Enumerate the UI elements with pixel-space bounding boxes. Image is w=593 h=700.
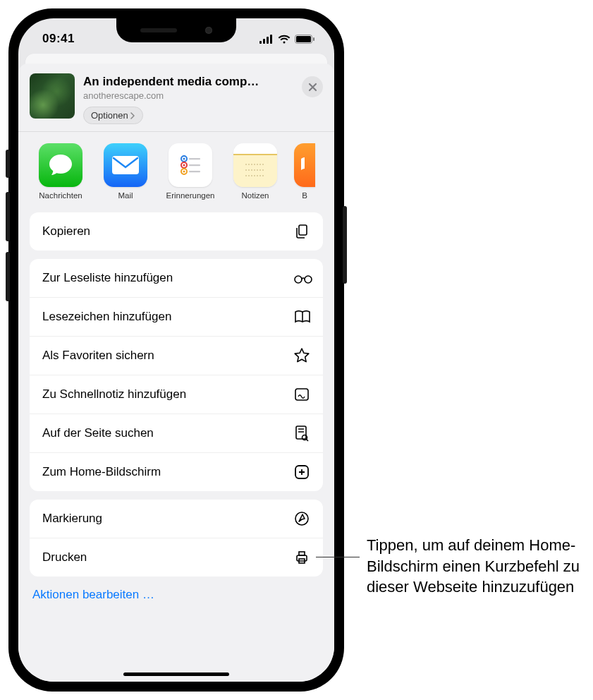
action-label: Als Favoriten sichern <box>42 349 154 363</box>
app-label: Erinnerungen <box>166 191 214 200</box>
action-favorite[interactable]: Als Favoriten sichern <box>30 336 323 375</box>
markup-icon <box>293 510 310 527</box>
svg-rect-3 <box>270 35 272 44</box>
svg-rect-2 <box>267 37 269 44</box>
callout-line <box>316 557 360 557</box>
action-label: Zum Home-Bildschirm <box>42 465 161 479</box>
action-label: Auf der Seite suchen <box>42 426 154 440</box>
app-label: Mail <box>118 191 133 200</box>
action-copy[interactable]: Kopieren <box>30 212 323 251</box>
options-label: Optionen <box>91 110 128 121</box>
options-button[interactable]: Optionen <box>83 107 143 124</box>
iphone-frame: 09:41 An independent media comp… another… <box>8 8 344 692</box>
edit-actions-label: Aktionen bearbeiten … <box>32 588 154 601</box>
action-print[interactable]: Drucken <box>30 538 323 577</box>
action-label: Zur Leseliste hinzufügen <box>42 271 173 285</box>
share-title: An independent media comp… <box>83 75 293 89</box>
wifi-icon <box>278 35 291 44</box>
svg-point-13 <box>183 170 185 172</box>
action-find-on-page[interactable]: Auf der Seite suchen <box>30 414 323 452</box>
copy-icon <box>293 223 310 240</box>
svg-rect-0 <box>259 41 262 44</box>
print-icon <box>293 549 310 566</box>
svg-rect-5 <box>296 36 311 42</box>
callout-text: Tippen, um auf deinem Home-Bildschirm ei… <box>367 535 585 598</box>
share-header: An independent media comp… anotherescape… <box>18 64 334 131</box>
reminders-icon <box>169 143 212 187</box>
screen: 09:41 An independent media comp… another… <box>18 18 334 682</box>
action-group: Kopieren <box>30 212 323 251</box>
svg-point-22 <box>305 276 312 283</box>
svg-rect-24 <box>295 389 308 400</box>
svg-rect-35 <box>299 552 305 555</box>
action-quicknote[interactable]: Zu Schnellnotiz hinzufügen <box>30 375 323 414</box>
action-group: Zur Leseliste hinzufügen Lesezeichen hin… <box>30 259 323 491</box>
share-sheet: An independent media comp… anotherescape… <box>18 64 334 682</box>
doc-search-icon <box>293 425 310 442</box>
edit-actions-link[interactable]: Aktionen bearbeiten … <box>30 585 323 602</box>
action-add-to-homescreen[interactable]: Zum Home-Bildschirm <box>30 452 323 491</box>
books-icon <box>294 143 315 187</box>
svg-rect-7 <box>112 156 139 174</box>
notes-icon <box>233 143 277 187</box>
power-button <box>343 206 347 284</box>
action-label: Drucken <box>42 550 87 565</box>
svg-rect-16 <box>189 171 200 172</box>
status-time: 09:41 <box>42 32 75 46</box>
mute-switch <box>6 150 10 178</box>
action-label: Lesezeichen hinzufügen <box>42 310 171 324</box>
svg-rect-1 <box>263 39 265 44</box>
svg-rect-25 <box>296 426 306 439</box>
action-markup[interactable]: Markierung <box>30 500 323 538</box>
share-app-mail[interactable]: Mail <box>96 143 155 200</box>
home-indicator[interactable] <box>123 672 229 676</box>
share-subtitle: anotherescape.com <box>83 90 293 101</box>
actions-list[interactable]: Kopieren Zur Leseliste hinzufügen <box>18 212 334 682</box>
app-label: B <box>302 191 307 200</box>
glasses-icon <box>293 270 310 286</box>
action-label: Markierung <box>42 512 102 526</box>
action-label: Kopieren <box>42 224 90 239</box>
svg-rect-6 <box>313 37 314 41</box>
svg-rect-15 <box>189 164 200 166</box>
chevron-right-icon <box>130 112 135 119</box>
action-group: Markierung Drucken <box>30 500 323 577</box>
page-thumbnail <box>30 73 75 119</box>
notch <box>116 18 236 42</box>
battery-icon <box>295 35 314 44</box>
svg-point-9 <box>183 157 185 159</box>
close-icon <box>308 83 317 92</box>
svg-rect-14 <box>189 158 200 159</box>
share-app-notes[interactable]: Notizen <box>226 143 285 200</box>
share-apps-row[interactable]: Nachrichten Mail <box>18 132 334 212</box>
svg-point-33 <box>295 512 308 525</box>
svg-point-11 <box>183 164 185 166</box>
quicknote-icon <box>293 386 310 403</box>
volume-up <box>6 192 10 241</box>
svg-line-29 <box>307 440 309 442</box>
volume-down <box>6 252 10 301</box>
cellular-icon <box>259 35 274 44</box>
mail-icon <box>104 143 147 187</box>
book-icon <box>293 308 310 325</box>
action-reading-list[interactable]: Zur Leseliste hinzufügen <box>30 259 323 297</box>
share-app-messages[interactable]: Nachrichten <box>31 143 90 200</box>
svg-rect-20 <box>299 225 307 235</box>
share-app-reminders[interactable]: Erinnerungen <box>161 143 220 200</box>
app-label: Notizen <box>242 191 269 200</box>
action-bookmark[interactable]: Lesezeichen hinzufügen <box>30 297 323 336</box>
plus-square-icon <box>293 464 310 481</box>
share-app-books[interactable]: B <box>291 143 319 200</box>
action-label: Zu Schnellnotiz hinzufügen <box>42 387 186 402</box>
messages-icon <box>39 143 82 187</box>
svg-rect-34 <box>297 555 307 561</box>
app-label: Nachrichten <box>39 191 82 200</box>
close-button[interactable] <box>302 76 323 97</box>
star-icon <box>293 347 310 364</box>
svg-point-21 <box>295 276 302 283</box>
